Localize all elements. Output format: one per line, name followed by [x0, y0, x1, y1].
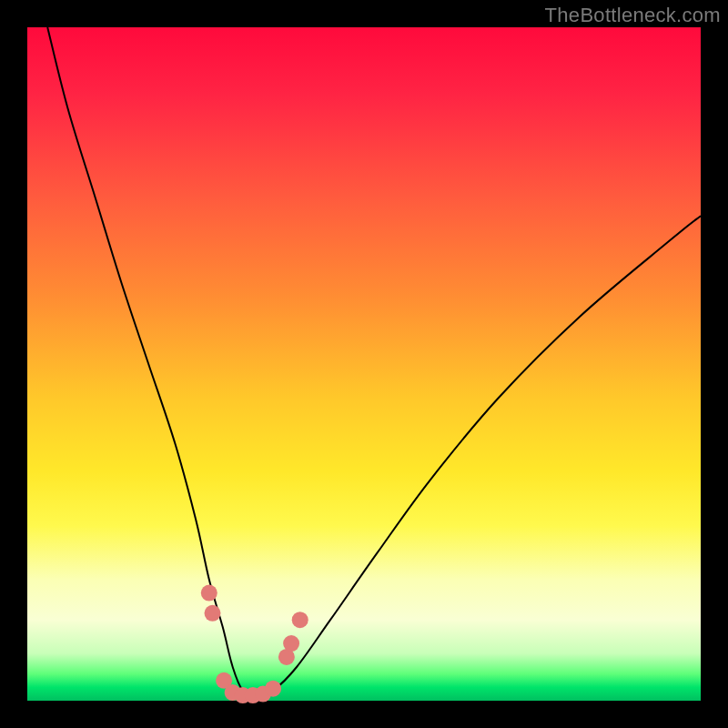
- plot-area: [27, 27, 701, 701]
- curve-layer: [27, 27, 701, 701]
- marker-group: [201, 585, 308, 704]
- highlight-marker: [283, 635, 299, 652]
- bottleneck-curve: [47, 27, 701, 697]
- chart-frame: TheBottleneck.com: [0, 0, 728, 728]
- highlight-marker: [205, 605, 221, 622]
- highlight-marker: [292, 612, 308, 628]
- watermark-text: TheBottleneck.com: [545, 4, 721, 27]
- highlight-marker: [265, 681, 281, 697]
- highlight-marker: [201, 585, 217, 602]
